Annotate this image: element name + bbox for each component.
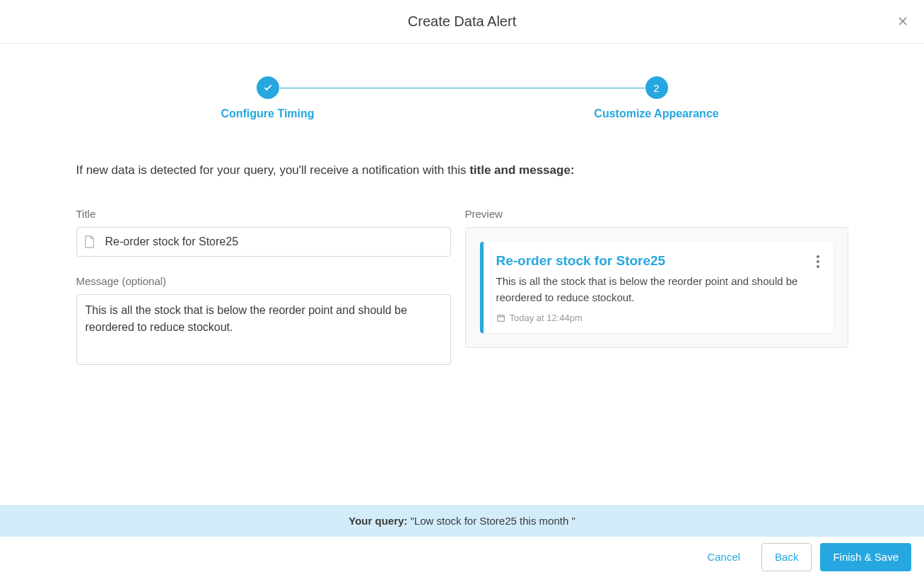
instruction-text: If new data is detected for your query, …: [76, 161, 848, 180]
step2-number: 2: [653, 82, 659, 94]
kebab-dot: [817, 265, 819, 268]
close-icon: [896, 14, 910, 28]
stepper: Configure Timing 2 Customize Appearance: [76, 76, 848, 120]
query-label: Your query:: [349, 515, 407, 527]
step2-label: Customize Appearance: [594, 107, 718, 120]
cancel-button[interactable]: Cancel: [694, 543, 753, 571]
kebab-dot: [817, 255, 819, 258]
query-text: "Low stock for Store25 this month ": [407, 515, 575, 527]
finish-save-button[interactable]: Finish & Save: [820, 543, 911, 571]
document-icon: [84, 235, 95, 248]
step-completed-badge: [257, 76, 279, 99]
check-icon: [263, 83, 273, 93]
preview-card-timestamp: Today at 12:44pm: [496, 313, 821, 323]
preview-card-message: This is all the stock that is below the …: [496, 273, 821, 306]
preview-card-title: Re-order stock for Store25: [496, 253, 821, 269]
message-label: Message (optional): [76, 275, 451, 287]
step1-label: Configure Timing: [221, 107, 314, 120]
calendar-icon: [496, 313, 505, 322]
svg-rect-0: [497, 315, 504, 322]
query-bar: Your query: "Low stock for Store25 this …: [0, 505, 924, 537]
instruction-bold: title and message:: [469, 163, 574, 177]
close-button[interactable]: [896, 14, 910, 28]
step-customize-appearance[interactable]: 2 Customize Appearance: [561, 76, 752, 120]
kebab-dot: [817, 260, 819, 263]
dialog-content: Configure Timing 2 Customize Appearance …: [76, 44, 848, 368]
dialog-footer: Cancel Back Finish & Save: [0, 537, 924, 577]
form-column: Title Message (optional): [76, 208, 451, 368]
back-button[interactable]: Back: [761, 543, 812, 571]
preview-column: Preview Re-order stock for Store25 This …: [465, 208, 848, 368]
step-connector-wrap: [363, 76, 561, 99]
instruction-prefix: If new data is detected for your query, …: [76, 163, 470, 177]
title-input[interactable]: [105, 235, 443, 248]
preview-card-menu[interactable]: [809, 253, 826, 270]
step-number-badge: 2: [645, 76, 668, 99]
title-label: Title: [76, 208, 451, 220]
preview-card: Re-order stock for Store25 This is all t…: [480, 242, 834, 334]
preview-box: Re-order stock for Store25 This is all t…: [465, 227, 848, 349]
preview-label: Preview: [465, 208, 848, 220]
title-input-wrap[interactable]: [76, 227, 451, 257]
dialog-header: Create Data Alert: [0, 0, 924, 44]
step-configure-timing[interactable]: Configure Timing: [172, 76, 363, 120]
form-columns: Title Message (optional) Preview: [76, 208, 848, 368]
message-textarea[interactable]: [76, 294, 451, 365]
timestamp-text: Today at 12:44pm: [510, 313, 583, 323]
dialog-title: Create Data Alert: [408, 13, 516, 30]
